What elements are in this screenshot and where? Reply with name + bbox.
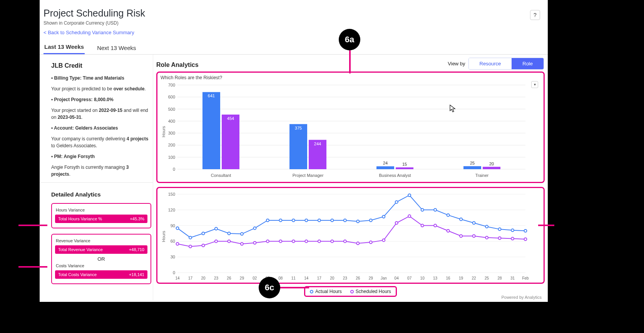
svg-point-76 — [511, 229, 514, 231]
billing-text-post: . — [144, 86, 146, 92]
svg-point-79 — [189, 245, 192, 248]
svg-point-91 — [344, 240, 346, 243]
revenue-variance-bar[interactable]: Total Revenue Variance +48,710 — [55, 245, 147, 254]
svg-point-87 — [292, 240, 295, 243]
progress-date2: 2023-05-31 — [58, 115, 81, 120]
hours-variance-bar-label: Total Hours Variance % — [58, 216, 102, 221]
svg-text:16: 16 — [446, 276, 451, 280]
revenue-variance-bar-label: Total Revenue Variance — [58, 247, 103, 252]
svg-point-65 — [370, 219, 372, 222]
svg-point-72 — [460, 218, 462, 221]
mouse-cursor-icon — [450, 105, 457, 115]
tab-last-13-weeks[interactable]: Last 13 Weeks — [43, 43, 85, 54]
costs-variance-label: Costs Variance — [56, 263, 147, 268]
svg-text:23: 23 — [214, 276, 219, 280]
svg-point-97 — [421, 224, 424, 227]
svg-point-100 — [460, 235, 462, 237]
line-chart-frame: 0306090120150Hours1417202326290205081114… — [156, 187, 545, 284]
legend-actual-marker — [310, 290, 313, 293]
svg-text:Trainer: Trainer — [475, 173, 489, 178]
svg-point-99 — [447, 230, 450, 232]
footer-text: Powered by Analytics — [501, 295, 542, 300]
svg-text:17: 17 — [317, 276, 322, 280]
view-by-resource[interactable]: Resource — [469, 58, 512, 69]
svg-text:454: 454 — [227, 116, 234, 121]
svg-text:23: 23 — [343, 276, 348, 280]
svg-text:Project Manager: Project Manager — [293, 173, 324, 178]
svg-text:300: 300 — [168, 131, 175, 135]
svg-point-74 — [485, 225, 488, 228]
content-area: JLB Credit Billing Type: Time and Materi… — [40, 55, 548, 301]
hours-variance-box: Hours Variance Total Hours Variance % +4… — [51, 203, 151, 228]
line-chart: 0306090120150Hours1417202326290205081114… — [160, 190, 529, 283]
svg-text:11: 11 — [291, 276, 296, 280]
svg-text:Jan: Jan — [381, 276, 387, 280]
costs-variance-bar[interactable]: Total Costs Variance +18,141 — [55, 270, 147, 279]
chart-menu-button[interactable]: ▾ — [531, 81, 538, 88]
svg-point-84 — [253, 241, 256, 244]
account-post: to Gelders Associates. — [51, 143, 97, 148]
svg-text:100: 100 — [168, 155, 175, 160]
project-name: JLB Credit — [51, 62, 149, 69]
svg-text:400: 400 — [168, 119, 175, 123]
svg-text:20: 20 — [489, 162, 494, 166]
svg-point-60 — [305, 219, 308, 222]
billing-text-bold: over schedule — [114, 86, 145, 92]
hours-variance-bar-value: +45.3% — [130, 216, 144, 221]
svg-text:10: 10 — [420, 276, 425, 280]
svg-rect-34 — [483, 167, 500, 169]
svg-point-55 — [241, 233, 243, 235]
svg-point-69 — [421, 208, 424, 211]
help-button[interactable]: ? — [530, 10, 540, 20]
svg-text:08: 08 — [278, 276, 283, 280]
svg-point-56 — [253, 227, 256, 230]
svg-text:Consultant: Consultant — [211, 173, 231, 178]
view-by-toggle: Resource Role — [468, 58, 544, 70]
svg-point-80 — [202, 244, 204, 247]
svg-text:25: 25 — [485, 276, 489, 280]
svg-point-104 — [511, 237, 514, 240]
annotation-line-6a — [349, 50, 351, 73]
legend-actual: Actual Hours — [310, 289, 342, 294]
svg-text:244: 244 — [314, 142, 321, 146]
svg-text:15: 15 — [402, 162, 407, 166]
back-link[interactable]: < Back to Scheduling Variance Summary — [43, 30, 134, 35]
svg-point-94 — [382, 239, 385, 241]
svg-text:60: 60 — [171, 239, 175, 243]
billing-text-pre: Your project is predicted to be — [51, 86, 114, 92]
svg-text:641: 641 — [208, 93, 215, 98]
legend-actual-label: Actual Hours — [315, 289, 342, 294]
tab-next-13-weeks[interactable]: Next 13 Weeks — [96, 45, 137, 54]
svg-text:0: 0 — [173, 270, 175, 275]
svg-text:26: 26 — [356, 276, 360, 280]
pm-label: PM: Angie Forsyth — [51, 154, 95, 159]
svg-text:375: 375 — [295, 126, 302, 130]
svg-point-78 — [176, 243, 179, 245]
svg-text:20: 20 — [330, 276, 335, 280]
svg-point-54 — [227, 232, 230, 235]
svg-text:02: 02 — [253, 276, 257, 280]
pm-post: . — [69, 171, 70, 177]
svg-point-82 — [227, 240, 230, 243]
svg-text:13: 13 — [433, 276, 438, 280]
svg-text:20: 20 — [201, 276, 206, 280]
costs-variance-bar-value: +18,141 — [129, 272, 144, 277]
svg-text:14: 14 — [175, 276, 180, 280]
hours-variance-bar[interactable]: Total Hours Variance % +45.3% — [55, 215, 147, 223]
svg-point-105 — [524, 238, 527, 240]
svg-text:30: 30 — [171, 255, 175, 259]
right-panel: Role Analytics View by Resource Role Whi… — [153, 55, 548, 301]
svg-point-81 — [215, 240, 217, 243]
chart-legend: Actual Hours Scheduled Hours — [304, 286, 397, 297]
svg-point-66 — [382, 215, 385, 218]
svg-rect-27 — [376, 166, 394, 169]
svg-point-90 — [331, 240, 333, 243]
svg-point-92 — [356, 242, 359, 245]
annotation-badge-6a: 6a — [339, 29, 360, 50]
view-by-role[interactable]: Role — [512, 58, 544, 69]
svg-text:90: 90 — [171, 223, 175, 228]
svg-rect-19 — [222, 115, 239, 169]
or-label: OR — [55, 256, 147, 262]
view-by-group: View by Resource Role — [448, 58, 544, 70]
svg-point-58 — [279, 219, 282, 222]
